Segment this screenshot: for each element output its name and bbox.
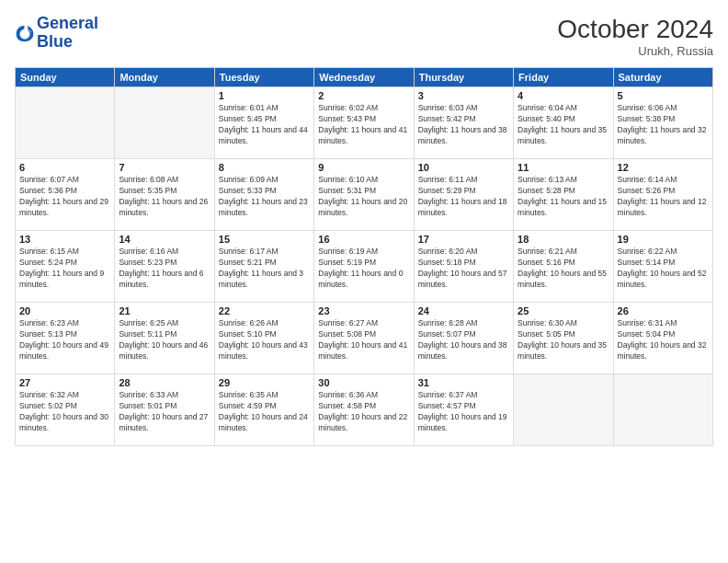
day-number: 16	[318, 234, 409, 245]
day-number: 17	[418, 234, 509, 245]
weekday-header-tuesday: Tuesday	[214, 68, 313, 87]
calendar-cell: 10Sunrise: 6:11 AMSunset: 5:29 PMDayligh…	[414, 159, 513, 231]
calendar-cell: 22Sunrise: 6:26 AMSunset: 5:10 PMDayligh…	[214, 303, 313, 374]
calendar-cell: 1Sunrise: 6:01 AMSunset: 5:45 PMDaylight…	[214, 87, 313, 159]
calendar-cell: 14Sunrise: 6:16 AMSunset: 5:23 PMDayligh…	[115, 231, 214, 303]
day-number: 24	[418, 305, 509, 316]
day-info: Sunrise: 6:37 AMSunset: 4:57 PMDaylight:…	[418, 390, 509, 434]
location: Urukh, Russia	[557, 44, 713, 58]
calendar-cell: 24Sunrise: 6:28 AMSunset: 5:07 PMDayligh…	[414, 303, 513, 374]
day-info: Sunrise: 6:22 AMSunset: 5:14 PMDaylight:…	[618, 247, 709, 291]
day-number: 21	[119, 305, 210, 316]
day-info: Sunrise: 6:17 AMSunset: 5:21 PMDaylight:…	[219, 247, 310, 291]
day-number: 30	[318, 377, 409, 388]
day-number: 25	[518, 305, 609, 316]
calendar-cell: 25Sunrise: 6:30 AMSunset: 5:05 PMDayligh…	[514, 303, 613, 374]
month-title: October 2024	[557, 15, 713, 44]
day-info: Sunrise: 6:06 AMSunset: 5:38 PMDaylight:…	[618, 103, 709, 147]
day-info: Sunrise: 6:09 AMSunset: 5:33 PMDaylight:…	[219, 175, 310, 219]
day-number: 26	[618, 305, 709, 316]
calendar-cell: 4Sunrise: 6:04 AMSunset: 5:40 PMDaylight…	[514, 87, 613, 159]
calendar-cell: 5Sunrise: 6:06 AMSunset: 5:38 PMDaylight…	[613, 87, 712, 159]
day-info: Sunrise: 6:30 AMSunset: 5:05 PMDaylight:…	[518, 318, 609, 362]
day-info: Sunrise: 6:21 AMSunset: 5:16 PMDaylight:…	[518, 247, 609, 291]
day-number: 22	[219, 305, 310, 316]
calendar-cell: 12Sunrise: 6:14 AMSunset: 5:26 PMDayligh…	[613, 159, 712, 231]
weekday-header-saturday: Saturday	[613, 68, 712, 87]
calendar-cell: 9Sunrise: 6:10 AMSunset: 5:31 PMDaylight…	[314, 159, 414, 231]
day-number: 31	[418, 377, 509, 388]
day-info: Sunrise: 6:26 AMSunset: 5:10 PMDaylight:…	[219, 318, 310, 362]
calendar-cell	[16, 87, 115, 159]
calendar-cell: 8Sunrise: 6:09 AMSunset: 5:33 PMDaylight…	[214, 159, 313, 231]
day-info: Sunrise: 6:27 AMSunset: 5:08 PMDaylight:…	[318, 318, 409, 362]
calendar-cell: 19Sunrise: 6:22 AMSunset: 5:14 PMDayligh…	[613, 231, 712, 303]
calendar-cell: 28Sunrise: 6:33 AMSunset: 5:01 PMDayligh…	[115, 374, 214, 446]
weekday-header-monday: Monday	[115, 68, 214, 87]
day-info: Sunrise: 6:36 AMSunset: 4:58 PMDaylight:…	[318, 390, 409, 434]
weekday-header-wednesday: Wednesday	[314, 68, 414, 87]
day-number: 9	[318, 162, 409, 173]
day-info: Sunrise: 6:19 AMSunset: 5:19 PMDaylight:…	[318, 247, 409, 291]
day-info: Sunrise: 6:13 AMSunset: 5:28 PMDaylight:…	[518, 175, 609, 219]
day-info: Sunrise: 6:15 AMSunset: 5:24 PMDaylight:…	[19, 247, 110, 291]
day-info: Sunrise: 6:03 AMSunset: 5:42 PMDaylight:…	[418, 103, 509, 147]
day-info: Sunrise: 6:33 AMSunset: 5:01 PMDaylight:…	[119, 390, 210, 434]
day-info: Sunrise: 6:20 AMSunset: 5:18 PMDaylight:…	[418, 247, 509, 291]
day-number: 19	[618, 234, 709, 245]
day-number: 18	[518, 234, 609, 245]
day-info: Sunrise: 6:32 AMSunset: 5:02 PMDaylight:…	[19, 390, 110, 434]
calendar-cell	[613, 374, 712, 446]
day-info: Sunrise: 6:35 AMSunset: 4:59 PMDaylight:…	[219, 390, 310, 434]
calendar-cell: 30Sunrise: 6:36 AMSunset: 4:58 PMDayligh…	[314, 374, 414, 446]
day-info: Sunrise: 6:25 AMSunset: 5:11 PMDaylight:…	[119, 318, 210, 362]
logo-text: General Blue	[37, 15, 98, 52]
calendar: SundayMondayTuesdayWednesdayThursdayFrid…	[15, 67, 713, 446]
week-row-2: 6Sunrise: 6:07 AMSunset: 5:36 PMDaylight…	[16, 159, 713, 231]
day-info: Sunrise: 6:11 AMSunset: 5:29 PMDaylight:…	[418, 175, 509, 219]
week-row-5: 27Sunrise: 6:32 AMSunset: 5:02 PMDayligh…	[16, 374, 713, 446]
day-info: Sunrise: 6:07 AMSunset: 5:36 PMDaylight:…	[19, 175, 110, 219]
day-info: Sunrise: 6:02 AMSunset: 5:43 PMDaylight:…	[318, 103, 409, 147]
calendar-cell	[115, 87, 214, 159]
day-number: 23	[318, 305, 409, 316]
weekday-header-sunday: Sunday	[16, 68, 115, 87]
day-info: Sunrise: 6:28 AMSunset: 5:07 PMDaylight:…	[418, 318, 509, 362]
calendar-cell: 15Sunrise: 6:17 AMSunset: 5:21 PMDayligh…	[214, 231, 313, 303]
day-number: 28	[119, 377, 210, 388]
weekday-header-friday: Friday	[514, 68, 613, 87]
day-number: 20	[19, 305, 110, 316]
calendar-cell: 18Sunrise: 6:21 AMSunset: 5:16 PMDayligh…	[514, 231, 613, 303]
calendar-cell: 16Sunrise: 6:19 AMSunset: 5:19 PMDayligh…	[314, 231, 414, 303]
day-number: 7	[119, 162, 210, 173]
day-info: Sunrise: 6:31 AMSunset: 5:04 PMDaylight:…	[618, 318, 709, 362]
calendar-cell: 21Sunrise: 6:25 AMSunset: 5:11 PMDayligh…	[115, 303, 214, 374]
day-number: 1	[219, 90, 310, 101]
logo-icon	[15, 23, 35, 43]
day-number: 12	[618, 162, 709, 173]
day-number: 8	[219, 162, 310, 173]
calendar-cell: 26Sunrise: 6:31 AMSunset: 5:04 PMDayligh…	[613, 303, 712, 374]
day-info: Sunrise: 6:16 AMSunset: 5:23 PMDaylight:…	[119, 247, 210, 291]
day-info: Sunrise: 6:08 AMSunset: 5:35 PMDaylight:…	[119, 175, 210, 219]
day-info: Sunrise: 6:14 AMSunset: 5:26 PMDaylight:…	[618, 175, 709, 219]
day-number: 27	[19, 377, 110, 388]
calendar-cell: 11Sunrise: 6:13 AMSunset: 5:28 PMDayligh…	[514, 159, 613, 231]
day-info: Sunrise: 6:10 AMSunset: 5:31 PMDaylight:…	[318, 175, 409, 219]
calendar-cell: 3Sunrise: 6:03 AMSunset: 5:42 PMDaylight…	[414, 87, 513, 159]
week-row-4: 20Sunrise: 6:23 AMSunset: 5:13 PMDayligh…	[16, 303, 713, 374]
weekday-header-thursday: Thursday	[414, 68, 513, 87]
week-row-3: 13Sunrise: 6:15 AMSunset: 5:24 PMDayligh…	[16, 231, 713, 303]
weekday-header-row: SundayMondayTuesdayWednesdayThursdayFrid…	[16, 68, 713, 87]
day-number: 14	[119, 234, 210, 245]
day-info: Sunrise: 6:01 AMSunset: 5:45 PMDaylight:…	[219, 103, 310, 147]
day-number: 10	[418, 162, 509, 173]
logo: General Blue	[15, 15, 98, 52]
calendar-cell: 7Sunrise: 6:08 AMSunset: 5:35 PMDaylight…	[115, 159, 214, 231]
calendar-cell: 17Sunrise: 6:20 AMSunset: 5:18 PMDayligh…	[414, 231, 513, 303]
day-info: Sunrise: 6:04 AMSunset: 5:40 PMDaylight:…	[518, 103, 609, 147]
day-number: 11	[518, 162, 609, 173]
day-number: 13	[19, 234, 110, 245]
week-row-1: 1Sunrise: 6:01 AMSunset: 5:45 PMDaylight…	[16, 87, 713, 159]
calendar-cell: 27Sunrise: 6:32 AMSunset: 5:02 PMDayligh…	[16, 374, 115, 446]
